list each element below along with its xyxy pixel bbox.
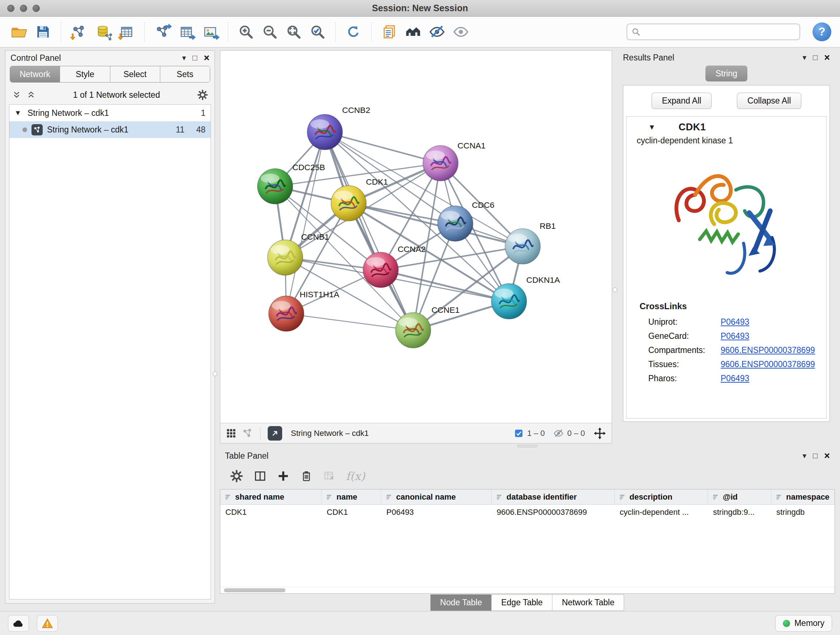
export-network-button[interactable] (152, 21, 173, 42)
memory-button[interactable]: Memory (775, 615, 832, 632)
panel-collapse-icon[interactable]: ▾ (802, 451, 806, 460)
network-node-CDKN1A[interactable] (491, 283, 527, 319)
hidden-eye-icon[interactable] (554, 428, 564, 439)
network-node-CCNB1[interactable] (268, 240, 303, 275)
import-network-file-button[interactable] (68, 21, 89, 42)
network-edge-CCNB2-HIST1H1A[interactable] (286, 132, 325, 314)
scrollbar-thumb[interactable] (224, 588, 286, 592)
collapse-all-button[interactable]: Collapse All (737, 93, 801, 109)
panel-collapse-icon[interactable]: ▾ (802, 53, 806, 62)
cloud-status-button[interactable] (8, 615, 29, 632)
column-header-shared-name[interactable]: shared name (220, 489, 322, 504)
column-header-namespace[interactable]: namespace (771, 489, 835, 504)
tab-node-table[interactable]: Node Table (431, 594, 492, 611)
crosslink-value-link[interactable]: P06493 (721, 331, 749, 341)
import-table-button[interactable] (116, 21, 137, 42)
panel-float-icon[interactable]: □ (813, 451, 818, 461)
splitter-handle[interactable] (613, 287, 617, 292)
selected-checkbox-icon[interactable] (514, 429, 523, 438)
tab-network[interactable]: Network (10, 66, 60, 82)
network-edge-HIST1H1A-CCNE1[interactable] (286, 314, 413, 330)
window-zoom-button[interactable] (33, 5, 40, 12)
column-header-database-identifier[interactable]: database identifier (492, 489, 615, 504)
search-input[interactable] (644, 27, 795, 36)
export-table-button[interactable] (176, 21, 197, 42)
import-arrow-icon (116, 33, 125, 42)
import-network-database-button[interactable] (92, 21, 113, 42)
network-collection-row[interactable]: ▼ String Network – cdk1 1 (9, 105, 210, 121)
network-node-CDC6[interactable] (438, 206, 473, 241)
tab-sets[interactable]: Sets (160, 66, 210, 82)
show-columns-button[interactable] (254, 470, 266, 482)
export-image-button[interactable] (200, 21, 221, 42)
horizontal-splitter[interactable] (220, 443, 835, 448)
column-header-name[interactable]: name (322, 489, 381, 504)
expand-all-icon[interactable] (27, 90, 36, 100)
share-icon[interactable] (242, 428, 253, 439)
help-button[interactable]: ? (813, 22, 831, 41)
grid-view-icon[interactable] (226, 428, 236, 439)
network-edge-CCNB2-CCNE1[interactable] (325, 132, 413, 330)
add-column-button[interactable] (277, 470, 289, 482)
column-header-description[interactable]: description (615, 489, 708, 504)
refresh-button[interactable] (343, 21, 364, 42)
panel-float-icon[interactable]: □ (813, 53, 818, 62)
column-header-@id[interactable]: @id (708, 489, 771, 504)
crosslink-value-link[interactable]: P06493 (721, 374, 749, 383)
expand-all-button[interactable]: Expand All (652, 93, 712, 109)
tab-edge-table[interactable]: Edge Table (491, 594, 553, 611)
collapse-all-icon[interactable] (12, 90, 21, 100)
copy-document-button[interactable] (379, 21, 400, 42)
panel-close-icon[interactable]: × (824, 53, 830, 63)
section-collapse-icon[interactable]: ▼ (648, 123, 655, 131)
crosslink-value-link[interactable]: P06493 (721, 317, 749, 327)
network-node-RB1[interactable] (505, 229, 540, 264)
show-all-button[interactable] (450, 21, 471, 42)
table-row[interactable]: CDK1CDK1P064939606.ENSP00000378699cyclin… (220, 505, 835, 520)
panel-close-icon[interactable]: × (824, 451, 830, 461)
network-node-CCNA2[interactable] (363, 252, 399, 287)
tab-network-table[interactable]: Network Table (552, 594, 624, 611)
network-graph[interactable]: CCNB2CCNA1CDC25BCDK1CDC6RB1CCNB1CCNA2CDK… (220, 51, 612, 423)
network-node-CDC25B[interactable] (257, 169, 293, 204)
network-node-CDK1[interactable] (331, 186, 366, 221)
network-edge-CCNA2-CDKN1A[interactable] (381, 270, 509, 301)
zoom-in-button[interactable] (235, 21, 256, 42)
table-horizontal-scrollbar[interactable] (220, 587, 835, 593)
window-minimize-button[interactable] (20, 5, 27, 12)
zoom-out-button[interactable] (259, 21, 280, 42)
window-close-button[interactable] (7, 5, 14, 12)
hide-selected-button[interactable] (426, 21, 447, 42)
column-header-canonical-name[interactable]: canonical name (381, 489, 492, 504)
table-settings-button[interactable] (230, 470, 243, 483)
tab-style[interactable]: Style (60, 66, 110, 82)
tab-string[interactable]: String (706, 65, 747, 81)
network-node-CCNA1[interactable] (423, 146, 458, 181)
network-canvas[interactable]: CCNB2CCNA1CDC25BCDK1CDC6RB1CCNB1CCNA2CDK… (220, 51, 612, 423)
tree-expand-icon[interactable]: ▼ (14, 109, 23, 117)
open-session-button[interactable] (9, 21, 30, 42)
open-in-new-window-button[interactable] (268, 426, 282, 440)
gear-icon[interactable] (197, 89, 208, 100)
delete-column-button[interactable] (300, 470, 313, 482)
warnings-button[interactable] (37, 615, 58, 632)
zoom-selected-button[interactable] (307, 21, 328, 42)
network-node-CCNE1[interactable] (395, 312, 431, 348)
panel-close-icon[interactable]: × (204, 53, 210, 63)
splitter-handle[interactable] (517, 445, 538, 448)
crosslink-value-link[interactable]: 9606.ENSP00000378699 (721, 345, 815, 355)
network-node-HIST1H1A[interactable] (269, 296, 304, 331)
panel-float-icon[interactable]: □ (193, 53, 197, 63)
first-neighbors-button[interactable] (403, 21, 424, 42)
tab-select[interactable]: Select (111, 66, 160, 82)
save-session-button[interactable] (33, 21, 54, 42)
node-label-HIST1H1A: HIST1H1A (300, 290, 339, 299)
panel-collapse-icon[interactable]: ▾ (182, 54, 186, 62)
pan-move-icon[interactable] (594, 427, 606, 440)
vertical-splitter[interactable] (612, 50, 618, 443)
panel-splitter-handle[interactable] (213, 371, 218, 376)
crosslink-value-link[interactable]: 9606.ENSP00000378699 (721, 359, 815, 369)
network-node-CCNB2[interactable] (307, 114, 343, 150)
network-row[interactable]: String Network – cdk1 11 48 (9, 121, 210, 138)
zoom-fit-button[interactable] (283, 21, 304, 42)
